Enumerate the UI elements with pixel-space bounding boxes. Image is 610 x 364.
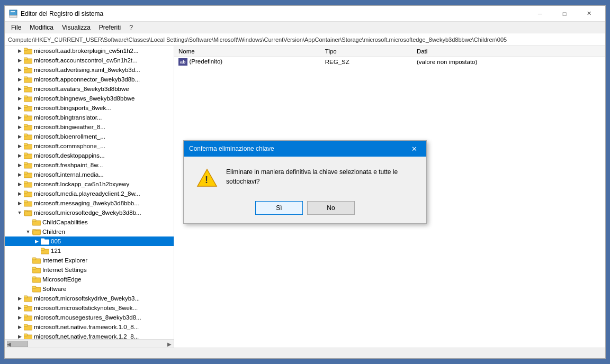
menu-visualizza[interactable]: Visualizza [58,23,95,32]
expand-icon[interactable] [24,275,32,284]
tree-item[interactable]: ▶ microsoft.advertising.xaml_8wekyb3d... [5,65,174,75]
expand-icon[interactable]: ▶ [15,94,24,103]
tree-item[interactable]: ▶ microsoft.bingtranslator... [5,113,174,122]
tree-item[interactable]: ▶ microsoft.accountscontrol_cw5n1h2t... [5,56,174,65]
svg-rect-51 [32,258,36,260]
tree-item[interactable]: ▶ microsoft.avatars_8wekyb3d8bbwe [5,84,174,94]
maximize-button[interactable]: □ [552,6,577,22]
tree-item[interactable]: MicrosoftEdge [5,275,174,284]
tree-item[interactable]: ▶ microsoft.internal.media... [5,170,174,179]
tree-item[interactable]: Internet Explorer [5,256,174,265]
svg-rect-55 [32,277,36,279]
expand-icon[interactable] [24,256,32,265]
tree-item-label: microsoft.microsoftskydrive_8wekyb3... [34,295,140,302]
svg-rect-3 [11,13,14,13]
tree-item[interactable]: ▶ microsoft.aad.brokerplugin_cw5n1h2... [5,46,174,56]
folder-icon [24,314,32,321]
menu-modifica[interactable]: Modifica [25,23,58,32]
table-row[interactable]: ab(Predefinito)REG_SZ(valore non imposta… [174,57,605,67]
tree-item[interactable]: Software [5,284,174,294]
expand-icon[interactable]: ▶ [15,123,24,131]
svg-rect-42 [32,220,36,222]
svg-rect-31 [24,172,28,174]
cell-name: ab(Predefinito) [174,57,321,67]
expand-icon[interactable]: ▶ [15,132,24,141]
tree-item[interactable]: ▶ microsoft.desktopappins... [5,151,174,160]
tree-item[interactable]: ▶ 005 [5,236,174,246]
expand-icon[interactable] [24,218,32,226]
expand-icon[interactable]: ▼ [15,208,24,217]
expand-icon[interactable]: ▶ [15,85,24,93]
expand-icon[interactable]: ▶ [15,142,24,150]
tree-item-label: microsoft.avatars_8wekyb3d8bbwe [34,86,129,92]
svg-rect-11 [24,77,28,79]
tree-item[interactable]: ▶ microsoft.net.native.framework.1.2_8..… [5,332,174,339]
expand-icon[interactable]: ▶ [15,75,24,84]
tree-item[interactable]: ▼ Children [5,227,174,236]
expand-icon[interactable]: ▶ [15,161,24,169]
tree-item-label: microsoft.microsoftstickynotes_8wek... [34,305,138,311]
tree-item-label: 121 [51,248,61,254]
expand-icon[interactable]: ▶ [32,237,41,245]
expand-icon[interactable]: ▶ [15,56,24,65]
expand-icon[interactable]: ▶ [15,66,24,74]
svg-rect-59 [24,296,28,298]
tree-item[interactable]: ▶ microsoft.lockapp_cw5n1h2bxyewy [5,179,174,189]
expand-icon[interactable]: ▶ [15,170,24,179]
tree-item[interactable]: ▶ microsoft.bingweather_8... [5,122,174,132]
tree-item[interactable]: ▶ microsoft.messaging_8wekyb3d8bbb... [5,198,174,208]
folder-icon [24,142,32,150]
menu-help[interactable]: ? [125,23,137,32]
tree-item[interactable]: ▶ microsoft.bioenrollment_... [5,132,174,141]
expand-icon[interactable]: ▶ [15,113,24,122]
dialog-yes-button[interactable]: Sì [255,201,303,215]
tree-item[interactable]: ▶ microsoft.commsphone_... [5,141,174,151]
expand-icon[interactable]: ▶ [15,294,24,303]
tree-item[interactable]: ChildCapabilities [5,217,174,227]
expand-icon[interactable]: ▶ [15,199,24,207]
tree-item[interactable]: Internet Settings [5,265,174,275]
close-button[interactable]: ✕ [577,6,601,22]
expand-icon[interactable]: ▶ [15,323,24,331]
expand-icon[interactable]: ▶ [15,189,24,198]
svg-rect-23 [24,134,28,136]
expand-icon[interactable] [24,285,32,293]
tree-scroll[interactable]: ▶ microsoft.aad.brokerplugin_cw5n1h2...▶… [5,46,174,339]
tree-item[interactable]: ▶ microsoft.microsoftskydrive_8wekyb3... [5,294,174,303]
expand-icon[interactable]: ▶ [15,313,24,322]
tree-item[interactable]: ▶ microsoft.net.native.framework.1.0_8..… [5,322,174,332]
expand-icon[interactable]: ▶ [15,180,24,188]
expand-icon[interactable]: ▶ [15,47,24,55]
tree-item[interactable]: 121 [5,246,174,256]
menu-file[interactable]: File [7,23,25,32]
svg-rect-49 [41,248,44,250]
dialog-no-button[interactable]: No [307,201,355,215]
tree-item[interactable]: ▼ microsoft.microsoftedge_8wekyb3d8b... [5,208,174,217]
tree-item-label: 005 [51,238,61,244]
tree-item[interactable]: ▶ microsoft.mousegestures_8wekyb3d8... [5,313,174,322]
tree-item-label: microsoft.desktopappins... [34,152,105,159]
expand-icon[interactable]: ▶ [15,151,24,160]
dialog-close-button[interactable]: ✕ [407,142,421,156]
tree-item-label: microsoft.net.native.framework.1.0_8... [34,324,139,330]
tree-item-label: microsoft.net.native.framework.1.2_8... [34,333,139,339]
horizontal-scrollbar[interactable]: ◀ ▶ [5,339,174,348]
tree-item[interactable]: ▶ microsoft.bingsports_8wek... [5,103,174,113]
minimize-button[interactable]: ─ [528,6,552,22]
expand-icon[interactable] [24,266,32,274]
expand-icon[interactable]: ▶ [15,104,24,112]
tree-item[interactable]: ▶ microsoft.media.playreadyclient.2_8w..… [5,189,174,198]
tree-item[interactable]: ▶ microsoft.microsoftstickynotes_8wek... [5,303,174,313]
expand-icon[interactable]: ▼ [24,228,32,236]
col-dati: Dati [412,46,605,57]
tree-item[interactable]: ▶ microsoft.freshpaint_8w... [5,160,174,170]
tree-item-label: microsoft.bingsports_8wek... [34,105,111,111]
expand-icon[interactable]: ▶ [15,332,24,339]
tree-item[interactable]: ▶ microsoft.bingnews_8wekyb3d8bbwe [5,94,174,103]
tree-item[interactable]: ▶ microsoft.appconnector_8wekyb3d8b... [5,75,174,84]
svg-rect-25 [24,143,28,145]
menu-preferiti[interactable]: Preferiti [95,23,125,32]
expand-icon[interactable]: ▶ [15,304,24,312]
expand-icon[interactable] [32,247,41,255]
svg-rect-45 [33,231,40,235]
